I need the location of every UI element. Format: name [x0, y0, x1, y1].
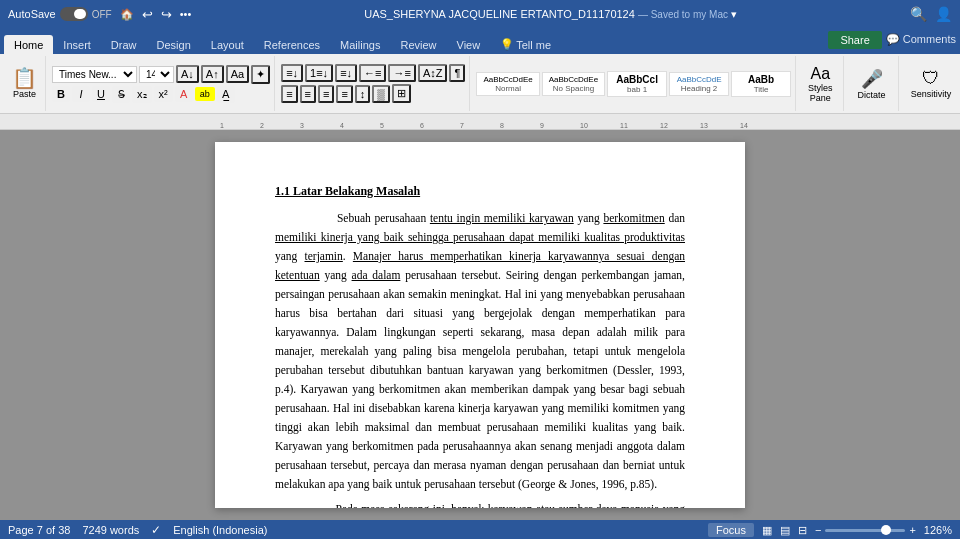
superscript-button[interactable]: x² — [154, 86, 173, 102]
filename-text: UAS_SHERYNA JACQUELINE ERTANTO_D11170124 — [364, 8, 635, 20]
styles-pane-button[interactable]: Aa StylesPane — [802, 63, 839, 105]
zoom-container: − + — [815, 524, 916, 536]
zoom-plus-button[interactable]: + — [909, 524, 915, 536]
proofing-icon: ✓ — [151, 523, 161, 537]
style-bab1[interactable]: AaBbCcl bab 1 — [607, 71, 667, 97]
line-spacing-button[interactable]: ↕ — [355, 85, 371, 103]
autosave-toggle[interactable]: AutoSave OFF — [8, 7, 112, 21]
align-row: ≡ ≡ ≡ ≡ ↕ ▒ ⊞ — [281, 84, 465, 103]
document-area[interactable]: 1.1 Latar Belakang Masalah Sebuah perusa… — [0, 130, 960, 520]
style-normal-label: Normal — [495, 84, 521, 93]
tab-review[interactable]: Review — [390, 35, 446, 54]
font-format-row: B I U S̶ x₂ x² A ab A̲ — [52, 86, 270, 103]
paragraph-1[interactable]: Sebuah perusahaan tentu ingin memiliki k… — [275, 209, 685, 494]
comments-button[interactable]: 💬 Comments — [886, 33, 956, 46]
zoom-thumb[interactable] — [881, 525, 891, 535]
zoom-minus-button[interactable]: − — [815, 524, 821, 536]
paragraph-2[interactable]: Pada masa sekarang ini, banyak karyawan … — [275, 500, 685, 508]
underline-button[interactable]: U — [92, 86, 110, 102]
tab-insert[interactable]: Insert — [53, 35, 101, 54]
borders-button[interactable]: ⊞ — [392, 84, 411, 103]
title-bar-right: 🔍 👤 — [910, 6, 952, 22]
comments-icon: 💬 — [886, 33, 900, 45]
style-heading2-preview: AaBbCcDdE — [677, 75, 722, 84]
tab-view[interactable]: View — [447, 35, 491, 54]
change-case-button[interactable]: Aa — [226, 65, 249, 83]
tab-home[interactable]: Home — [4, 35, 53, 54]
paste-group: 📋 Paste — [4, 56, 46, 111]
style-title[interactable]: AaBb Title — [731, 71, 791, 97]
font-group: Times New... 14 A↓ A↑ Aa ✦ B I U S̶ x₂ x… — [48, 56, 275, 111]
tab-design[interactable]: Design — [147, 35, 201, 54]
tab-draw[interactable]: Draw — [101, 35, 147, 54]
word-count: 7249 words — [82, 524, 139, 536]
tab-references[interactable]: References — [254, 35, 330, 54]
align-right-button[interactable]: ≡ — [318, 85, 334, 103]
paste-button[interactable]: 📋 Paste — [8, 66, 41, 101]
style-no-spacing[interactable]: AaBbCcDdEe No Spacing — [542, 72, 605, 96]
font-size-decrease[interactable]: A↓ — [176, 65, 199, 83]
style-bab1-label: bab 1 — [627, 85, 647, 94]
italic-button[interactable]: I — [72, 86, 90, 102]
style-normal[interactable]: AaBbCcDdEe Normal — [476, 72, 539, 96]
bullets-button[interactable]: ≡↓ — [281, 64, 303, 82]
paste-icon: 📋 — [12, 68, 37, 88]
lightbulb-icon: 💡 — [500, 38, 514, 51]
clear-format-button[interactable]: ✦ — [251, 65, 270, 84]
zoom-percent: 126% — [924, 524, 952, 536]
multilevel-list-button[interactable]: ≡↓ — [335, 64, 357, 82]
styles-pane-group: Aa StylesPane — [798, 56, 844, 111]
show-paragraph-button[interactable]: ¶ — [449, 64, 465, 82]
more-icon[interactable]: ••• — [180, 8, 192, 20]
font-size-increase[interactable]: A↑ — [201, 65, 224, 83]
font-color-button[interactable]: A̲ — [217, 86, 235, 103]
home-icon[interactable]: 🏠 — [120, 8, 134, 21]
numbering-button[interactable]: 1≡↓ — [305, 64, 333, 82]
strikethrough-button[interactable]: S̶ — [112, 86, 130, 103]
justify-button[interactable]: ≡ — [336, 85, 352, 103]
account-icon[interactable]: 👤 — [935, 6, 952, 22]
tab-tell-me[interactable]: 💡 Tell me — [490, 34, 561, 54]
style-heading2[interactable]: AaBbCcDdE Heading 2 — [669, 72, 729, 96]
highlight-button[interactable]: ab — [195, 87, 215, 101]
sensitivity-button[interactable]: 🛡 Sensitivity — [905, 66, 958, 101]
shading-button[interactable]: ▒ — [372, 85, 390, 103]
zoom-slider[interactable] — [825, 529, 905, 532]
dictate-button[interactable]: 🎤 Dictate — [850, 66, 894, 102]
dictate-label: Dictate — [858, 90, 886, 100]
tab-layout[interactable]: Layout — [201, 35, 254, 54]
font-name-select[interactable]: Times New... — [52, 66, 137, 83]
style-heading2-label: Heading 2 — [681, 84, 717, 93]
focus-button[interactable]: Focus — [708, 523, 754, 537]
dropdown-arrow[interactable]: ▾ — [731, 8, 737, 20]
layout-view-1[interactable]: ▦ — [762, 524, 772, 537]
toggle-thumb — [74, 9, 86, 19]
document-page[interactable]: 1.1 Latar Belakang Masalah Sebuah perusa… — [215, 142, 745, 508]
subscript-button[interactable]: x₂ — [132, 86, 152, 103]
styles-area: AaBbCcDdEe Normal AaBbCcDdEe No Spacing … — [476, 71, 791, 97]
paste-label: Paste — [13, 89, 36, 99]
share-button[interactable]: Share — [828, 31, 881, 49]
autosave-off-label: OFF — [92, 9, 112, 20]
tab-mailings[interactable]: Mailings — [330, 35, 390, 54]
autosave-switch[interactable] — [60, 7, 88, 21]
sort-button[interactable]: A↕Z — [418, 64, 448, 82]
title-bar-left: AutoSave OFF 🏠 ↩ ↪ ••• — [8, 7, 191, 22]
style-normal-preview: AaBbCcDdEe — [483, 75, 532, 84]
bold-button[interactable]: B — [52, 86, 70, 102]
decrease-indent-button[interactable]: ←≡ — [359, 64, 386, 82]
font-controls: Times New... 14 A↓ A↑ Aa ✦ B I U S̶ x₂ x… — [52, 65, 270, 103]
undo-icon[interactable]: ↩ — [142, 7, 153, 22]
styles-pane-icon: Aa — [811, 65, 831, 83]
increase-indent-button[interactable]: →≡ — [388, 64, 415, 82]
redo-icon[interactable]: ↪ — [161, 7, 172, 22]
text-color-button[interactable]: A — [175, 86, 193, 102]
align-left-button[interactable]: ≡ — [281, 85, 297, 103]
search-icon[interactable]: 🔍 — [910, 6, 927, 22]
status-bar: Page 7 of 38 7249 words ✓ English (Indon… — [0, 520, 960, 539]
layout-view-2[interactable]: ▤ — [780, 524, 790, 537]
font-size-select[interactable]: 14 — [139, 66, 174, 83]
style-no-spacing-preview: AaBbCcDdEe — [549, 75, 598, 84]
align-center-button[interactable]: ≡ — [300, 85, 316, 103]
layout-view-3[interactable]: ⊟ — [798, 524, 807, 537]
